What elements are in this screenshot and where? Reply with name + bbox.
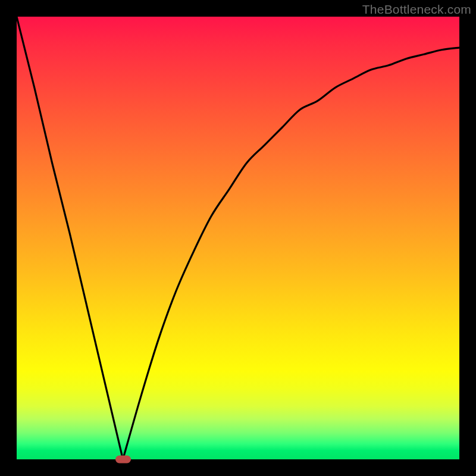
bottleneck-curve (17, 17, 459, 459)
chart-frame: TheBottleneck.com (0, 0, 476, 476)
watermark-label: TheBottleneck.com (362, 2, 471, 17)
optimum-marker (115, 456, 131, 464)
plot-area (17, 17, 459, 459)
